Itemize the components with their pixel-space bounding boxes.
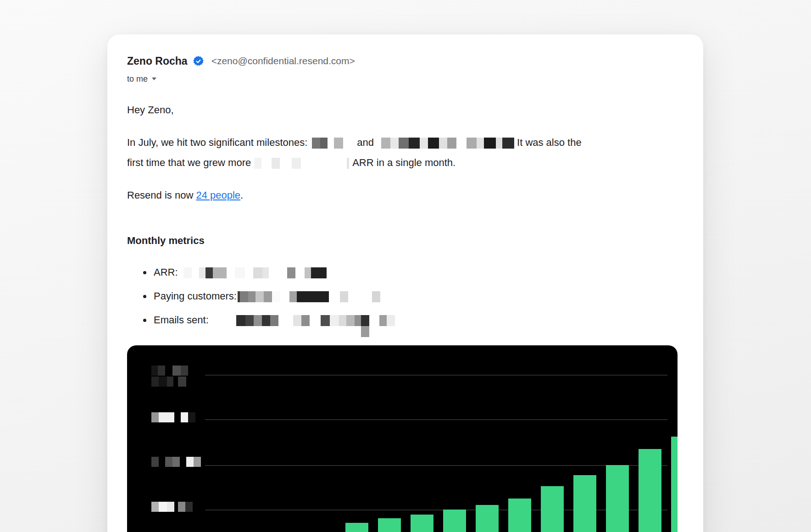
redacted-axis-label	[151, 412, 195, 423]
chart-bar	[541, 486, 564, 532]
period-text: .	[240, 189, 243, 201]
chart-gridline	[205, 375, 667, 376]
chart-bar	[573, 475, 596, 532]
sender-name: Zeno Rocha	[127, 55, 188, 67]
redacted-arr-value	[183, 267, 327, 278]
metrics-list: ARR: Paying customers: Emails sent:	[127, 260, 684, 332]
email-header: Zeno Rocha <zeno@confidential.resend.com…	[127, 55, 684, 67]
greeting: Hey Zeno,	[127, 100, 684, 120]
chart-bar	[639, 449, 661, 532]
chart-bar	[345, 523, 368, 532]
chart-bar	[508, 499, 531, 532]
recipient-dropdown[interactable]: to me	[127, 74, 684, 84]
arr-label: ARR:	[154, 266, 178, 278]
paragraph-team-size: Resend is now 24 people.	[127, 185, 684, 205]
redacted-paying-customers-value	[238, 291, 380, 302]
redacted-milestone-1	[312, 138, 343, 149]
chart-bar	[671, 437, 678, 532]
and-text: and	[357, 137, 374, 148]
chart-bar	[443, 510, 466, 532]
redacted-milestone-2	[381, 138, 514, 149]
sender-address: <zeno@confidential.resend.com>	[211, 55, 355, 67]
it-was-also-text: It was also the	[517, 137, 582, 148]
chart-gridline	[205, 419, 667, 420]
arr-single-month-text: ARR in a single month.	[352, 157, 455, 168]
emails-sent-label: Emails sent:	[154, 314, 209, 326]
email-card: Zeno Rocha <zeno@confidential.resend.com…	[107, 34, 703, 532]
list-item-arr: ARR:	[143, 260, 684, 284]
redacted-arr-growth	[254, 158, 349, 169]
milestones-text: In July, we hit two significant mileston…	[127, 137, 307, 148]
grew-more-text: first time that we grew more	[127, 157, 251, 168]
people-count-link[interactable]: 24 people	[196, 189, 240, 201]
redacted-axis-label	[151, 457, 201, 468]
verified-badge-icon	[193, 55, 204, 67]
chart-bar	[476, 505, 499, 532]
chart-bar	[606, 465, 629, 532]
chart-gridline	[205, 465, 667, 466]
chart-gridline	[205, 510, 667, 510]
paying-customers-label: Paying customers:	[154, 290, 237, 302]
redacted-emails-sent-value	[209, 315, 395, 326]
list-item-emails-sent: Emails sent:	[143, 308, 684, 332]
paragraph-milestones: In July, we hit two significant mileston…	[127, 133, 684, 173]
redacted-axis-label	[151, 502, 193, 513]
metrics-heading: Monthly metrics	[127, 231, 684, 251]
chart-bar	[411, 515, 433, 532]
list-item-paying-customers: Paying customers:	[143, 284, 684, 308]
metrics-chart	[127, 345, 678, 532]
recipient-label: to me	[127, 74, 148, 84]
redacted-axis-label	[151, 366, 188, 388]
resend-is-now-text: Resend is now	[127, 189, 196, 201]
chevron-down-icon	[152, 78, 156, 80]
chart-bar	[378, 518, 401, 532]
